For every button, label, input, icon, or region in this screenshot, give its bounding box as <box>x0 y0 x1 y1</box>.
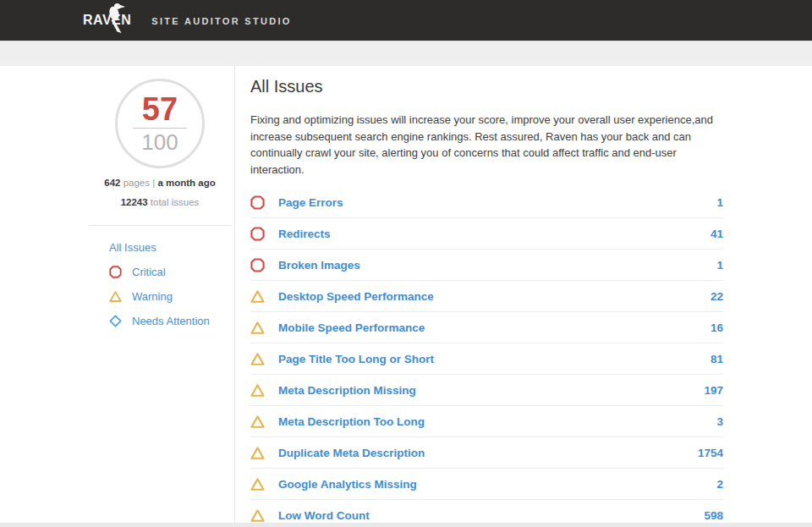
warning-icon <box>250 414 265 429</box>
issue-row-desktop-speed-performance[interactable]: Desktop Speed Performance 22 <box>250 281 723 312</box>
sidebar-divider <box>89 225 231 226</box>
issue-label: Google Analytics Missing <box>278 478 716 491</box>
warning-icon <box>250 289 265 304</box>
issue-list: Page Errors 1 Redirects 41 Broken Images… <box>250 187 723 527</box>
sidebar-nav: All Issues Critical Warning Needs Attent… <box>89 235 231 333</box>
total-issues-summary: 12243 total issues <box>89 197 231 208</box>
pages-label: pages <box>123 178 150 188</box>
sidebar-item-warning[interactable]: Warning <box>89 284 231 309</box>
issue-row-meta-description-missing[interactable]: Meta Description Missing 197 <box>250 375 723 406</box>
warning-icon <box>250 352 265 366</box>
issue-row-mobile-speed-performance[interactable]: Mobile Speed Performance 16 <box>250 312 723 343</box>
last-crawl-time: a month ago <box>157 178 215 188</box>
main-panel: All Issues Fixing and optimizing issues … <box>235 66 812 527</box>
critical-icon <box>250 195 265 210</box>
score-divider <box>133 128 187 129</box>
sidebar-item-critical[interactable]: Critical <box>89 260 231 284</box>
issue-label: Page Errors <box>278 196 716 209</box>
score-value: 57 <box>142 93 178 125</box>
critical-icon <box>250 258 265 272</box>
sidebar-item-label: Warning <box>132 290 173 303</box>
issue-count: 3 <box>716 415 723 428</box>
issue-label: Desktop Speed Performance <box>278 290 710 303</box>
pages-count: 642 <box>104 178 120 188</box>
issue-row-broken-images[interactable]: Broken Images 1 <box>250 250 723 281</box>
sidebar-item-label: All Issues <box>109 241 156 254</box>
page-bottom-strip <box>0 523 812 527</box>
issue-count: 2 <box>716 478 723 491</box>
raven-bird-icon <box>103 2 129 36</box>
raven-logo[interactable]: RAVEN <box>83 0 131 41</box>
issue-count: 598 <box>704 509 723 522</box>
warning-icon <box>250 446 265 460</box>
warning-icon <box>250 477 265 491</box>
sidebar-item-all-issues[interactable]: All Issues <box>89 235 231 260</box>
issue-label: Broken Images <box>278 259 716 272</box>
content-area: 57 100 642 pages | a month ago 12243 tot… <box>0 66 812 527</box>
page-description: Fixing and optimizing issues will increa… <box>250 112 723 178</box>
issue-row-duplicate-meta-description[interactable]: Duplicate Meta Description 1754 <box>250 437 723 469</box>
warning-icon <box>109 290 122 303</box>
sidebar-item-needs-attention[interactable]: Needs Attention <box>89 309 231 333</box>
page-gray-band <box>0 41 812 66</box>
critical-icon <box>109 266 122 278</box>
issue-row-page-title-too-long-or-short[interactable]: Page Title Too Long or Short 81 <box>250 343 723 375</box>
score-max: 100 <box>141 130 178 154</box>
issue-count: 41 <box>710 228 723 240</box>
issue-row-redirects[interactable]: Redirects 41 <box>250 218 723 250</box>
sidebar-item-label: Critical <box>132 266 166 278</box>
issue-label: Page Title Too Long or Short <box>278 353 710 365</box>
issue-count: 81 <box>710 353 723 365</box>
issue-row-google-analytics-missing[interactable]: Google Analytics Missing 2 <box>250 469 723 500</box>
warning-icon <box>250 383 265 398</box>
page-title: All Issues <box>250 77 723 96</box>
issue-row-page-errors[interactable]: Page Errors 1 <box>250 187 723 218</box>
total-issues-count: 12243 <box>121 197 148 207</box>
attention-icon <box>109 315 122 327</box>
issue-count: 16 <box>710 321 723 334</box>
warning-icon <box>250 508 265 523</box>
site-score-gauge: 57 100 <box>115 79 205 168</box>
app-title: SITE AUDITOR STUDIO <box>151 15 291 26</box>
crawl-summary: 642 pages | a month ago <box>89 178 231 189</box>
sidebar: 57 100 642 pages | a month ago 12243 tot… <box>0 66 235 527</box>
issue-count: 1 <box>716 259 723 272</box>
issue-label: Redirects <box>278 228 710 240</box>
issue-row-meta-description-too-long[interactable]: Meta Description Too Long 3 <box>250 406 723 437</box>
meta-separator: | <box>152 178 155 188</box>
issue-label: Meta Description Missing <box>278 384 704 397</box>
issue-label: Meta Description Too Long <box>278 415 716 428</box>
issue-label: Low Word Count <box>278 509 704 522</box>
issue-label: Mobile Speed Performance <box>278 321 710 334</box>
sidebar-item-label: Needs Attention <box>132 315 210 327</box>
app-header: RAVEN SITE AUDITOR STUDIO <box>0 0 812 41</box>
issue-count: 1 <box>716 196 723 209</box>
issue-count: 197 <box>704 384 723 397</box>
issue-count: 1754 <box>698 447 723 459</box>
issue-count: 22 <box>710 290 723 303</box>
warning-icon <box>250 321 265 335</box>
critical-icon <box>250 227 265 241</box>
issue-label: Duplicate Meta Description <box>278 447 698 459</box>
total-issues-label: total issues <box>151 197 200 207</box>
